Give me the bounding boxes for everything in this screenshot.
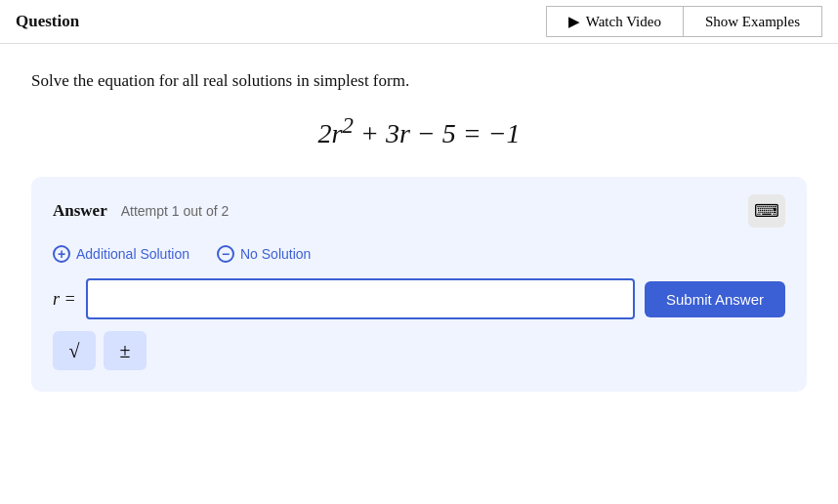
r-label: r = [53, 289, 76, 310]
answer-title-group: Answer Attempt 1 out of 2 [53, 201, 229, 221]
answer-header: Answer Attempt 1 out of 2 ⌨ [53, 194, 785, 228]
equation: 2r2 + 3r − 5 = −1 [317, 112, 520, 149]
keyboard-icon-button[interactable]: ⌨ [748, 194, 785, 228]
plus-circle-icon: + [53, 245, 70, 263]
watch-video-button[interactable]: ▶ Watch Video [546, 6, 683, 37]
watch-video-label: Watch Video [586, 14, 661, 30]
no-solution-label: No Solution [240, 246, 311, 262]
submit-answer-button[interactable]: Submit Answer [645, 281, 785, 317]
show-examples-button[interactable]: Show Examples [683, 6, 822, 37]
no-solution-button[interactable]: − No Solution [217, 245, 311, 263]
solution-links: + Additional Solution − No Solution [53, 245, 785, 263]
sqrt-button[interactable]: √ [53, 331, 96, 370]
attempt-text: Attempt 1 out of 2 [121, 203, 230, 219]
sqrt-symbol: √ [69, 340, 80, 362]
input-row: r = Submit Answer [53, 278, 785, 319]
answer-input[interactable] [86, 278, 635, 319]
answer-title: Answer [53, 201, 107, 220]
show-examples-label: Show Examples [705, 14, 800, 30]
main-content: Solve the equation for all real solution… [0, 44, 838, 423]
page-header: Question ▶ Watch Video Show Examples [0, 0, 838, 44]
additional-solution-label: Additional Solution [76, 246, 189, 262]
plusminus-button[interactable]: ± [104, 331, 147, 370]
additional-solution-button[interactable]: + Additional Solution [53, 245, 189, 263]
plusminus-symbol: ± [120, 340, 131, 362]
play-icon: ▶ [568, 13, 580, 30]
math-buttons: √ ± [53, 331, 785, 370]
equation-container: 2r2 + 3r − 5 = −1 [31, 112, 807, 149]
question-text: Solve the equation for all real solution… [31, 71, 807, 91]
keyboard-icon: ⌨ [754, 200, 779, 222]
submit-label: Submit Answer [666, 291, 764, 308]
page-title: Question [16, 12, 79, 31]
answer-box: Answer Attempt 1 out of 2 ⌨ + Additional… [31, 177, 807, 392]
header-buttons: ▶ Watch Video Show Examples [546, 6, 822, 37]
minus-circle-icon: − [217, 245, 234, 263]
